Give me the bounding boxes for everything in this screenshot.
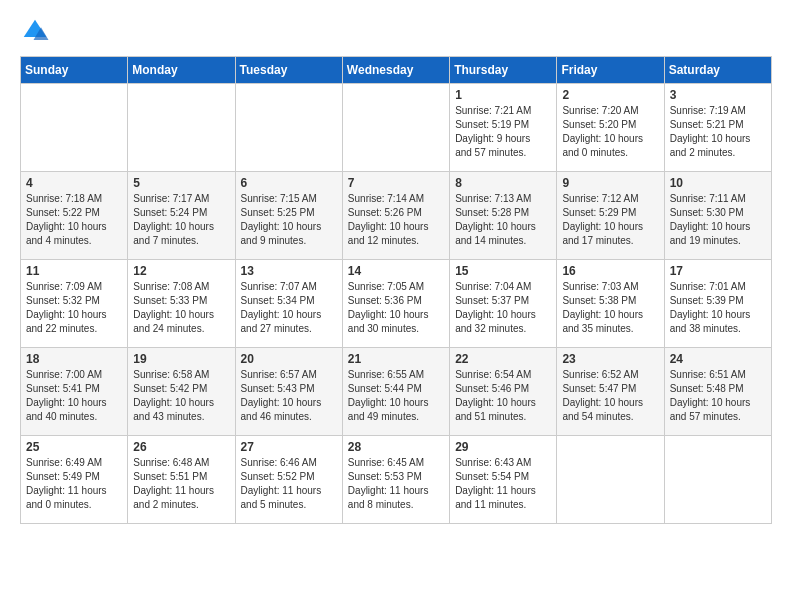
- day-number: 11: [26, 264, 122, 278]
- day-number: 13: [241, 264, 337, 278]
- day-header-sunday: Sunday: [21, 57, 128, 84]
- day-info: Sunrise: 7:11 AM Sunset: 5:30 PM Dayligh…: [670, 192, 766, 248]
- calendar-cell: 3Sunrise: 7:19 AM Sunset: 5:21 PM Daylig…: [664, 84, 771, 172]
- day-number: 19: [133, 352, 229, 366]
- calendar-cell: 12Sunrise: 7:08 AM Sunset: 5:33 PM Dayli…: [128, 260, 235, 348]
- day-info: Sunrise: 6:46 AM Sunset: 5:52 PM Dayligh…: [241, 456, 337, 512]
- day-info: Sunrise: 7:01 AM Sunset: 5:39 PM Dayligh…: [670, 280, 766, 336]
- calendar-cell: [342, 84, 449, 172]
- day-number: 4: [26, 176, 122, 190]
- day-header-tuesday: Tuesday: [235, 57, 342, 84]
- day-info: Sunrise: 6:43 AM Sunset: 5:54 PM Dayligh…: [455, 456, 551, 512]
- calendar-cell: 4Sunrise: 7:18 AM Sunset: 5:22 PM Daylig…: [21, 172, 128, 260]
- calendar-cell: 16Sunrise: 7:03 AM Sunset: 5:38 PM Dayli…: [557, 260, 664, 348]
- calendar-cell: 20Sunrise: 6:57 AM Sunset: 5:43 PM Dayli…: [235, 348, 342, 436]
- day-info: Sunrise: 7:14 AM Sunset: 5:26 PM Dayligh…: [348, 192, 444, 248]
- day-number: 8: [455, 176, 551, 190]
- day-number: 16: [562, 264, 658, 278]
- day-info: Sunrise: 7:20 AM Sunset: 5:20 PM Dayligh…: [562, 104, 658, 160]
- day-number: 27: [241, 440, 337, 454]
- day-info: Sunrise: 7:17 AM Sunset: 5:24 PM Dayligh…: [133, 192, 229, 248]
- day-header-thursday: Thursday: [450, 57, 557, 84]
- day-number: 10: [670, 176, 766, 190]
- calendar-cell: [128, 84, 235, 172]
- calendar-cell: 5Sunrise: 7:17 AM Sunset: 5:24 PM Daylig…: [128, 172, 235, 260]
- calendar-week-2: 4Sunrise: 7:18 AM Sunset: 5:22 PM Daylig…: [21, 172, 772, 260]
- day-info: Sunrise: 7:07 AM Sunset: 5:34 PM Dayligh…: [241, 280, 337, 336]
- calendar-cell: 25Sunrise: 6:49 AM Sunset: 5:49 PM Dayli…: [21, 436, 128, 524]
- calendar-week-1: 1Sunrise: 7:21 AM Sunset: 5:19 PM Daylig…: [21, 84, 772, 172]
- day-info: Sunrise: 7:08 AM Sunset: 5:33 PM Dayligh…: [133, 280, 229, 336]
- calendar-cell: 2Sunrise: 7:20 AM Sunset: 5:20 PM Daylig…: [557, 84, 664, 172]
- calendar-cell: 21Sunrise: 6:55 AM Sunset: 5:44 PM Dayli…: [342, 348, 449, 436]
- day-header-wednesday: Wednesday: [342, 57, 449, 84]
- calendar-cell: 10Sunrise: 7:11 AM Sunset: 5:30 PM Dayli…: [664, 172, 771, 260]
- calendar-cell: 1Sunrise: 7:21 AM Sunset: 5:19 PM Daylig…: [450, 84, 557, 172]
- calendar-cell: 7Sunrise: 7:14 AM Sunset: 5:26 PM Daylig…: [342, 172, 449, 260]
- day-number: 12: [133, 264, 229, 278]
- calendar-cell: 14Sunrise: 7:05 AM Sunset: 5:36 PM Dayli…: [342, 260, 449, 348]
- day-number: 1: [455, 88, 551, 102]
- calendar-cell: 22Sunrise: 6:54 AM Sunset: 5:46 PM Dayli…: [450, 348, 557, 436]
- calendar-cell: 28Sunrise: 6:45 AM Sunset: 5:53 PM Dayli…: [342, 436, 449, 524]
- day-number: 2: [562, 88, 658, 102]
- day-info: Sunrise: 7:21 AM Sunset: 5:19 PM Dayligh…: [455, 104, 551, 160]
- calendar-cell: 6Sunrise: 7:15 AM Sunset: 5:25 PM Daylig…: [235, 172, 342, 260]
- day-number: 23: [562, 352, 658, 366]
- day-info: Sunrise: 7:12 AM Sunset: 5:29 PM Dayligh…: [562, 192, 658, 248]
- day-number: 15: [455, 264, 551, 278]
- calendar-cell: 23Sunrise: 6:52 AM Sunset: 5:47 PM Dayli…: [557, 348, 664, 436]
- logo: [20, 16, 54, 46]
- calendar-cell: 11Sunrise: 7:09 AM Sunset: 5:32 PM Dayli…: [21, 260, 128, 348]
- day-info: Sunrise: 7:13 AM Sunset: 5:28 PM Dayligh…: [455, 192, 551, 248]
- day-info: Sunrise: 7:09 AM Sunset: 5:32 PM Dayligh…: [26, 280, 122, 336]
- day-info: Sunrise: 6:51 AM Sunset: 5:48 PM Dayligh…: [670, 368, 766, 424]
- calendar-cell: 24Sunrise: 6:51 AM Sunset: 5:48 PM Dayli…: [664, 348, 771, 436]
- calendar-week-3: 11Sunrise: 7:09 AM Sunset: 5:32 PM Dayli…: [21, 260, 772, 348]
- day-info: Sunrise: 7:05 AM Sunset: 5:36 PM Dayligh…: [348, 280, 444, 336]
- day-number: 21: [348, 352, 444, 366]
- calendar-cell: [664, 436, 771, 524]
- calendar-cell: 17Sunrise: 7:01 AM Sunset: 5:39 PM Dayli…: [664, 260, 771, 348]
- calendar-week-5: 25Sunrise: 6:49 AM Sunset: 5:49 PM Dayli…: [21, 436, 772, 524]
- day-info: Sunrise: 6:57 AM Sunset: 5:43 PM Dayligh…: [241, 368, 337, 424]
- day-info: Sunrise: 6:55 AM Sunset: 5:44 PM Dayligh…: [348, 368, 444, 424]
- calendar-week-4: 18Sunrise: 7:00 AM Sunset: 5:41 PM Dayli…: [21, 348, 772, 436]
- day-info: Sunrise: 6:54 AM Sunset: 5:46 PM Dayligh…: [455, 368, 551, 424]
- day-number: 5: [133, 176, 229, 190]
- day-number: 24: [670, 352, 766, 366]
- calendar-cell: [235, 84, 342, 172]
- calendar-cell: 26Sunrise: 6:48 AM Sunset: 5:51 PM Dayli…: [128, 436, 235, 524]
- day-info: Sunrise: 6:48 AM Sunset: 5:51 PM Dayligh…: [133, 456, 229, 512]
- calendar-cell: 27Sunrise: 6:46 AM Sunset: 5:52 PM Dayli…: [235, 436, 342, 524]
- day-number: 6: [241, 176, 337, 190]
- calendar-cell: 9Sunrise: 7:12 AM Sunset: 5:29 PM Daylig…: [557, 172, 664, 260]
- day-info: Sunrise: 7:03 AM Sunset: 5:38 PM Dayligh…: [562, 280, 658, 336]
- day-number: 20: [241, 352, 337, 366]
- day-number: 25: [26, 440, 122, 454]
- day-number: 29: [455, 440, 551, 454]
- day-number: 22: [455, 352, 551, 366]
- day-info: Sunrise: 7:15 AM Sunset: 5:25 PM Dayligh…: [241, 192, 337, 248]
- logo-icon: [20, 16, 50, 46]
- calendar-cell: 13Sunrise: 7:07 AM Sunset: 5:34 PM Dayli…: [235, 260, 342, 348]
- calendar-cell: 29Sunrise: 6:43 AM Sunset: 5:54 PM Dayli…: [450, 436, 557, 524]
- day-header-saturday: Saturday: [664, 57, 771, 84]
- day-number: 7: [348, 176, 444, 190]
- day-number: 3: [670, 88, 766, 102]
- day-info: Sunrise: 7:00 AM Sunset: 5:41 PM Dayligh…: [26, 368, 122, 424]
- calendar-cell: 19Sunrise: 6:58 AM Sunset: 5:42 PM Dayli…: [128, 348, 235, 436]
- calendar-cell: 15Sunrise: 7:04 AM Sunset: 5:37 PM Dayli…: [450, 260, 557, 348]
- day-info: Sunrise: 6:45 AM Sunset: 5:53 PM Dayligh…: [348, 456, 444, 512]
- calendar-cell: 18Sunrise: 7:00 AM Sunset: 5:41 PM Dayli…: [21, 348, 128, 436]
- day-number: 26: [133, 440, 229, 454]
- calendar-cell: 8Sunrise: 7:13 AM Sunset: 5:28 PM Daylig…: [450, 172, 557, 260]
- day-number: 18: [26, 352, 122, 366]
- page-header: [20, 16, 772, 46]
- day-header-friday: Friday: [557, 57, 664, 84]
- calendar-cell: [557, 436, 664, 524]
- day-info: Sunrise: 6:58 AM Sunset: 5:42 PM Dayligh…: [133, 368, 229, 424]
- day-info: Sunrise: 6:52 AM Sunset: 5:47 PM Dayligh…: [562, 368, 658, 424]
- calendar-header-row: SundayMondayTuesdayWednesdayThursdayFrid…: [21, 57, 772, 84]
- day-info: Sunrise: 7:04 AM Sunset: 5:37 PM Dayligh…: [455, 280, 551, 336]
